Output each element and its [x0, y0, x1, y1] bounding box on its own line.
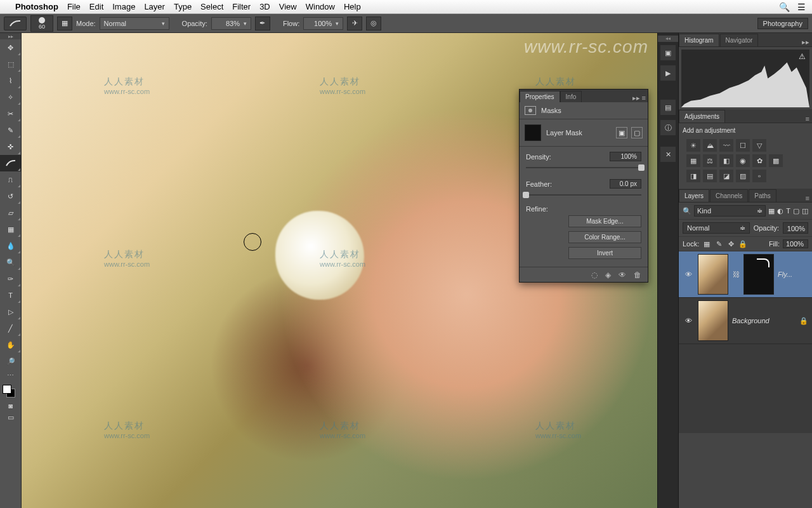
disable-mask-icon[interactable]: 👁	[619, 271, 626, 279]
layer-row[interactable]: 👁 ⛓ Fly...	[679, 251, 812, 298]
current-tool-icon[interactable]	[4, 17, 27, 30]
pixel-mask-icon[interactable]: ▣	[616, 127, 627, 138]
adj-curves-icon[interactable]: 〰	[719, 139, 733, 152]
eyedropper-tool[interactable]: ✎	[0, 122, 21, 138]
layer-opacity-value[interactable]: 100%	[783, 222, 808, 234]
tab-adjustments[interactable]: Adjustments	[679, 110, 725, 123]
blur-tool[interactable]: 💧	[0, 237, 21, 254]
pen-tool[interactable]: ✑	[0, 271, 21, 287]
color-swatches[interactable]	[0, 384, 21, 400]
slider-knob[interactable]	[523, 192, 529, 198]
fill-value[interactable]: 100%	[783, 239, 808, 248]
pressure-opacity-icon[interactable]: ✒	[255, 17, 270, 30]
adj-photofilter-icon[interactable]: ◉	[736, 154, 750, 167]
adj-invert-icon[interactable]: ◨	[686, 170, 700, 182]
menu-file[interactable]: File	[67, 2, 81, 11]
adj-exposure-icon[interactable]: ☐	[736, 139, 750, 152]
tab-paths[interactable]: Paths	[749, 189, 776, 202]
workspace-switcher[interactable]: Photography	[757, 18, 808, 29]
gradient-tool[interactable]: ▦	[0, 221, 21, 237]
clone-stamp-tool[interactable]: ⎍	[0, 171, 21, 188]
panel-menu-icon[interactable]: ≡	[803, 115, 812, 123]
delete-mask-icon[interactable]: 🗑	[634, 271, 641, 279]
lock-pixels-icon[interactable]: ▦	[702, 239, 711, 248]
menu-view[interactable]: View	[279, 2, 297, 11]
layer-thumb[interactable]	[698, 254, 728, 295]
feather-slider[interactable]	[526, 191, 641, 199]
adj-vibrance-icon[interactable]: ▽	[752, 139, 766, 152]
filter-shape-icon[interactable]: ▢	[793, 207, 799, 215]
hand-tool[interactable]: ✋	[0, 337, 21, 353]
tab-properties[interactable]: Properties	[520, 91, 560, 102]
vector-mask-icon[interactable]: ▢	[631, 127, 643, 138]
density-value[interactable]: 100%	[610, 152, 641, 161]
dock-icon-info[interactable]: ⓘ	[660, 119, 676, 136]
crop-tool[interactable]: ✂	[0, 105, 21, 122]
type-tool[interactable]: T	[0, 287, 21, 304]
adj-posterize-icon[interactable]: ▤	[703, 170, 717, 182]
eraser-tool[interactable]: ▱	[0, 204, 21, 221]
history-brush-tool[interactable]: ↺	[0, 188, 21, 204]
adj-hue-icon[interactable]: ▦	[686, 154, 700, 167]
adj-colorbalance-icon[interactable]: ⚖	[703, 154, 717, 167]
magic-wand-tool[interactable]: ✧	[0, 89, 21, 105]
tab-info[interactable]: Info	[560, 91, 582, 102]
lock-move-icon[interactable]: ✥	[726, 239, 735, 248]
line-tool[interactable]: ╱	[0, 320, 21, 337]
menu-3d[interactable]: 3D	[259, 2, 270, 11]
panel-menu-icon[interactable]: ≡	[803, 194, 812, 202]
adj-threshold-icon[interactable]: ◪	[719, 170, 733, 182]
color-range-button[interactable]: Color Range...	[568, 231, 641, 243]
menu-window[interactable]: Window	[306, 2, 335, 11]
foreground-color[interactable]	[3, 385, 11, 394]
link-icon[interactable]: ⛓	[732, 271, 740, 278]
filter-pixel-icon[interactable]: ▦	[768, 207, 775, 215]
layer-name[interactable]: Fly...	[778, 271, 808, 278]
dock-icon-play[interactable]: ▶	[660, 65, 676, 81]
menu-filter[interactable]: Filter	[232, 2, 251, 11]
histogram-warning-icon[interactable]: ⚠	[799, 52, 806, 61]
dock-icon-frame[interactable]: ▣	[660, 44, 676, 61]
filter-type-icon[interactable]: T	[786, 207, 790, 215]
opacity-dropdown[interactable]: 83% ▾	[211, 17, 251, 30]
blend-mode-dropdown[interactable]: Normal ▾	[100, 17, 169, 30]
filter-adjust-icon[interactable]: ◐	[777, 207, 783, 215]
tab-layers[interactable]: Layers	[679, 189, 709, 202]
healing-brush-tool[interactable]: ✜	[0, 138, 21, 155]
layer-name[interactable]: Background	[732, 317, 796, 324]
adj-channelmixer-icon[interactable]: ✿	[752, 154, 766, 167]
density-slider[interactable]	[526, 164, 641, 171]
panel-menu-icon[interactable]: ▸▸	[799, 38, 812, 46]
visibility-icon[interactable]: 👁	[683, 317, 694, 324]
apply-mask-icon[interactable]: ◈	[605, 271, 611, 279]
layer-mask-preview[interactable]	[525, 124, 541, 141]
lock-position-icon[interactable]: ✎	[714, 239, 723, 248]
quickmask-icon[interactable]: ◙	[0, 400, 21, 411]
tab-navigator[interactable]: Navigator	[720, 34, 759, 46]
menu-extras-icon[interactable]: ☰	[797, 2, 806, 12]
slider-knob[interactable]	[638, 164, 645, 171]
filter-smart-icon[interactable]: ◫	[802, 207, 808, 215]
brush-preset-picker[interactable]: 60	[30, 15, 53, 32]
properties-panel[interactable]: Properties Info ▸▸ ≡ Masks Layer Mask ▣ …	[519, 89, 648, 283]
adj-levels-icon[interactable]: ⛰	[703, 139, 717, 152]
layer-mask-thumb[interactable]	[743, 254, 774, 295]
layer-row[interactable]: 👁 Background 🔒	[679, 298, 812, 344]
pressure-size-icon[interactable]: ◎	[366, 17, 381, 30]
menu-edit[interactable]: Edit	[89, 2, 103, 11]
tab-histogram[interactable]: Histogram	[679, 34, 719, 46]
adj-selective-icon[interactable]: ▫	[752, 170, 766, 182]
mask-edge-button[interactable]: Mask Edge...	[568, 215, 641, 227]
menu-layer[interactable]: Layer	[144, 2, 165, 11]
path-selection-tool[interactable]: ▷	[0, 304, 21, 320]
screenmode-icon[interactable]: ▭	[0, 411, 21, 423]
zoom-tool[interactable]: 🔎	[0, 353, 21, 370]
marquee-tool[interactable]: ⬚	[0, 56, 21, 72]
layer-thumb[interactable]	[698, 300, 728, 341]
brush-tool[interactable]	[0, 155, 21, 171]
load-selection-icon[interactable]: ◌	[591, 271, 598, 279]
dodge-tool[interactable]: 🔍	[0, 254, 21, 271]
visibility-icon[interactable]: 👁	[683, 271, 694, 278]
lasso-tool[interactable]: ⌇	[0, 72, 21, 89]
panel-menu-icon[interactable]: ≡	[642, 94, 646, 102]
